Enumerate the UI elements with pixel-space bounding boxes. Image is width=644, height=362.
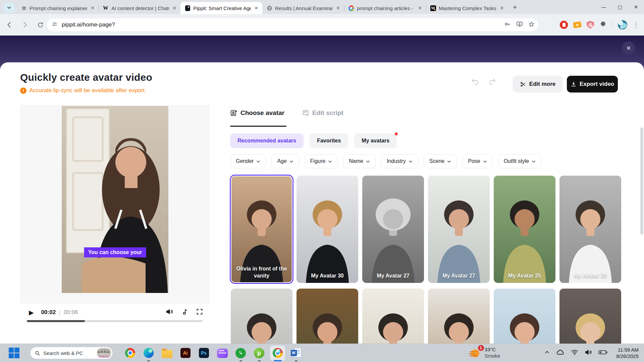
taskbar-search[interactable]: Search web & PC bbox=[30, 347, 113, 359]
avatar-card[interactable]: Olivia in front of the vanity bbox=[231, 176, 292, 283]
video-caption[interactable]: You can choose your bbox=[84, 247, 146, 257]
avatar-card[interactable]: My Avatar 27 bbox=[362, 176, 424, 283]
chevron-up-icon[interactable] bbox=[544, 349, 550, 357]
filter-age[interactable]: Age bbox=[271, 154, 299, 168]
avatar-card[interactable] bbox=[231, 289, 292, 344]
window-minimize-button[interactable]: — bbox=[596, 0, 612, 14]
extensions-puzzle-icon[interactable] bbox=[599, 20, 607, 29]
browser-tab-6[interactable]: MMastering Complex Tasks:✕ bbox=[426, 2, 508, 14]
taskbar-file-explorer-icon[interactable] bbox=[158, 344, 176, 362]
site-settings-icon[interactable] bbox=[52, 21, 58, 28]
tab-close-icon[interactable]: ✕ bbox=[417, 5, 423, 11]
avatar-card[interactable] bbox=[494, 289, 555, 344]
browser-tab-5[interactable]: prompt chaining articles -✕ bbox=[344, 2, 426, 14]
tab-close-icon[interactable]: ✕ bbox=[172, 5, 177, 11]
adblock-icon[interactable] bbox=[560, 21, 568, 29]
taskbar-chrome-active-icon[interactable] bbox=[268, 344, 287, 362]
reload-button[interactable] bbox=[34, 19, 46, 31]
avatar-card[interactable] bbox=[297, 289, 358, 344]
search-highlight-image bbox=[97, 348, 111, 358]
avatar-card[interactable]: My Avatar 25 bbox=[494, 176, 555, 283]
tab-search-button[interactable] bbox=[3, 3, 15, 13]
filter-industry[interactable]: Industry bbox=[381, 154, 418, 168]
fullscreen-icon[interactable] bbox=[196, 308, 203, 317]
redo-button[interactable] bbox=[488, 77, 496, 87]
undo-button[interactable] bbox=[471, 77, 480, 87]
avatar-card[interactable]: My Avatar 27 bbox=[428, 176, 490, 283]
browser-tab-4[interactable]: Results | Annual Examinatio✕ bbox=[262, 2, 344, 14]
taskbar-weather[interactable]: 1 33°C Smoke bbox=[470, 347, 500, 359]
tab-choose-avatar[interactable]: Choose avatar bbox=[230, 109, 284, 117]
tab-edit-script[interactable]: Edit script bbox=[302, 109, 343, 117]
back-button[interactable] bbox=[3, 19, 15, 31]
bookmark-star-icon[interactable] bbox=[528, 21, 535, 29]
start-button[interactable] bbox=[9, 348, 19, 358]
avatar-card[interactable] bbox=[362, 289, 424, 344]
key-icon[interactable] bbox=[504, 20, 511, 29]
onedrive-cloud-icon[interactable] bbox=[556, 348, 565, 358]
search-icon bbox=[35, 350, 40, 356]
taskbar-word-icon[interactable]: W bbox=[287, 344, 305, 362]
window-close-button[interactable]: ✕ bbox=[628, 0, 644, 14]
export-video-button[interactable]: Export video bbox=[567, 76, 618, 93]
avatar-name: My Avatar 27 bbox=[428, 273, 490, 280]
browser-profile-avatar[interactable] bbox=[618, 20, 627, 29]
browser-menu-icon[interactable]: ⋮ bbox=[633, 21, 639, 29]
taskbar-chrome-icon[interactable] bbox=[121, 344, 139, 362]
tab-close-icon[interactable]: ✕ bbox=[90, 5, 95, 11]
category-pill-my-avatars[interactable]: My avatars bbox=[354, 133, 397, 148]
edit-more-button[interactable]: Edit more bbox=[513, 76, 563, 93]
taskbar-whatsapp-icon[interactable] bbox=[231, 344, 250, 362]
play-icon[interactable]: ▶ bbox=[29, 309, 34, 316]
window-maximize-button[interactable]: ▢ bbox=[612, 0, 628, 14]
filter-name[interactable]: Name bbox=[343, 154, 376, 168]
filter-outfit-style[interactable]: Outfit style bbox=[498, 154, 542, 168]
avatar-card[interactable]: My Avatar 30 bbox=[297, 176, 358, 283]
lip-sync-warning: ! Accurate lip-sync will be available af… bbox=[20, 87, 146, 94]
avatar-card[interactable]: My Avatar 29 bbox=[559, 176, 621, 283]
taskbar-utorrent-icon[interactable]: µ bbox=[250, 344, 268, 362]
battery-icon[interactable] bbox=[598, 348, 608, 358]
screen: Prompt chaining explained✕WAI content de… bbox=[0, 0, 644, 362]
shield-extension-icon[interactable] bbox=[587, 21, 594, 29]
wifi-icon[interactable] bbox=[571, 348, 579, 358]
avatar-name: My Avatar 30 bbox=[297, 273, 358, 280]
taskbar-edge-icon[interactable] bbox=[139, 344, 158, 362]
filter-scene[interactable]: Scene bbox=[424, 154, 457, 168]
tab-close-icon[interactable]: ✕ bbox=[499, 5, 504, 11]
taskbar-clapperboard-icon[interactable] bbox=[213, 344, 231, 362]
url-text[interactable]: pippit.ai/home-page? bbox=[62, 21, 504, 28]
chevron-down-icon bbox=[256, 158, 260, 164]
taskbar-photoshop-icon[interactable]: Ps bbox=[195, 344, 213, 362]
browser-tab-1[interactable]: Prompt chaining explained✕ bbox=[17, 2, 99, 14]
tab-close-icon[interactable]: ✕ bbox=[335, 5, 341, 11]
address-bar[interactable]: pippit.ai/home-page? bbox=[47, 18, 538, 31]
browser-tab-2[interactable]: WAI content detector | ChatG✕ bbox=[99, 2, 180, 14]
page-title: Quickly create avatar video bbox=[20, 72, 152, 83]
video-preview[interactable]: You can choose your bbox=[62, 106, 168, 293]
taskbar-clock[interactable]: 11:59 AM 8/26/2025 bbox=[616, 347, 639, 360]
install-icon[interactable] bbox=[516, 20, 523, 29]
avatar-card[interactable] bbox=[559, 289, 621, 344]
avatar-name: Olivia in front of the vanity bbox=[231, 265, 292, 280]
browser-tab-3[interactable]: Pippit: Smart Creative Agen✕ bbox=[180, 2, 262, 14]
forward-button[interactable] bbox=[19, 19, 31, 31]
filter-figure[interactable]: Figure bbox=[305, 154, 338, 168]
new-tab-button[interactable]: + bbox=[510, 2, 520, 12]
new-badge-dot bbox=[395, 132, 398, 135]
banner-close-button[interactable]: ✕ bbox=[622, 42, 635, 55]
speaker-icon[interactable] bbox=[584, 348, 592, 358]
filter-pose[interactable]: Pose bbox=[462, 154, 492, 168]
filter-gender[interactable]: Gender bbox=[230, 154, 266, 168]
tiktok-icon[interactable] bbox=[181, 308, 189, 317]
player-controls: ▶ 00:02 | 00:06 bbox=[20, 306, 210, 319]
volume-icon[interactable] bbox=[165, 308, 173, 317]
avatar-card[interactable] bbox=[428, 289, 490, 344]
page-scrollbar[interactable] bbox=[640, 127, 643, 235]
ticket-extension-icon[interactable]: ★ bbox=[573, 21, 582, 28]
taskbar-illustrator-icon[interactable]: Ai bbox=[176, 344, 195, 362]
progress-bar[interactable] bbox=[27, 320, 203, 322]
category-pill-favorites[interactable]: Favorites bbox=[310, 133, 348, 148]
tab-close-icon[interactable]: ✕ bbox=[254, 5, 259, 11]
category-pill-recommended-avatars[interactable]: Recommended avatars bbox=[230, 133, 304, 148]
